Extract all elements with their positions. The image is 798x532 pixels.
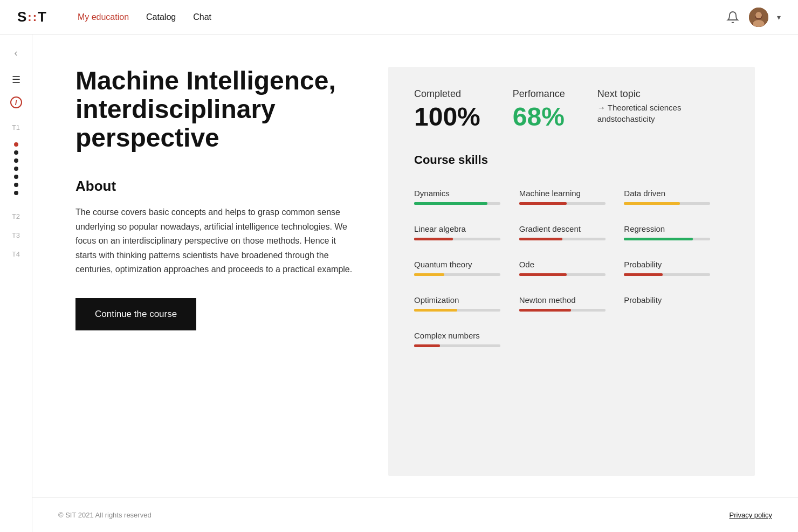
skill-item: Complex numbers	[414, 322, 519, 358]
skill-name: Linear algebra	[414, 224, 519, 233]
skill-name: Regression	[624, 224, 729, 233]
skill-name: Gradient descent	[519, 224, 624, 233]
svg-point-3	[755, 12, 762, 18]
next-topic-text: → Theoretical sciences andstochasticity	[597, 102, 729, 125]
skill-bar-fill	[519, 273, 567, 276]
continue-course-button[interactable]: Continue the course	[75, 298, 196, 330]
skill-item: Data driven	[624, 180, 729, 216]
skill-bar-bg	[519, 309, 606, 312]
about-text: The course covers basic concepts and hel…	[75, 205, 356, 277]
completed-stat: Completed 100%	[414, 88, 480, 132]
skill-name: Complex numbers	[414, 331, 519, 340]
skill-name: Probability	[624, 295, 729, 305]
performance-label: Perfomance	[513, 88, 565, 100]
skill-bar-fill	[414, 202, 487, 205]
performance-stat: Perfomance 68%	[513, 88, 565, 132]
skill-item: Linear algebra	[414, 216, 519, 251]
skills-heading: Course skills	[414, 153, 729, 167]
skill-item: Regression	[624, 216, 729, 251]
header-right: ▾	[725, 8, 781, 27]
skill-bar-fill	[414, 273, 444, 276]
skill-name: Newton method	[519, 295, 624, 305]
progress-dot-4	[14, 167, 18, 171]
skill-item: Optimization	[414, 287, 519, 322]
right-panel: Completed 100% Perfomance 68% Next topic…	[388, 67, 755, 476]
progress-dot-5	[14, 175, 18, 179]
copyright: © SIT 2021 All rights reserved	[58, 511, 152, 519]
sidebar-t1[interactable]: T1	[12, 123, 20, 132]
skill-item: Dynamics	[414, 180, 519, 216]
skill-bar-fill	[414, 309, 457, 312]
skill-item: Probability	[624, 251, 729, 287]
logo[interactable]: S :: T	[17, 9, 47, 25]
sidebar-t3[interactable]: T3	[12, 231, 20, 239]
skill-bar-bg	[414, 344, 500, 347]
sidebar-t4[interactable]: T4	[12, 250, 20, 258]
skill-bar-bg	[414, 273, 500, 276]
skill-item: Quantum theory	[414, 251, 519, 287]
skill-bar-bg	[414, 309, 500, 312]
skill-bar-bg	[414, 202, 500, 205]
skill-bar-fill	[519, 238, 562, 240]
skill-bar-fill	[414, 344, 440, 347]
skill-item	[519, 322, 624, 358]
progress-dot-7	[14, 191, 18, 195]
skill-bar-bg	[519, 238, 606, 240]
header: S :: T My education Catalog Chat ▾	[0, 0, 798, 34]
skill-name: Data driven	[624, 189, 729, 198]
skill-name: Optimization	[414, 295, 519, 305]
skill-bar-bg	[519, 273, 606, 276]
logo-dots: ::	[27, 10, 38, 24]
sidebar-info-icon[interactable]: i	[10, 96, 22, 108]
next-topic: Next topic → Theoretical sciences andsto…	[597, 88, 729, 132]
skill-bar-fill	[414, 238, 453, 240]
progress-dot-6	[14, 183, 18, 187]
skill-name: Ode	[519, 260, 624, 269]
nav-catalog[interactable]: Catalog	[146, 10, 176, 24]
sidebar: ‹ ☰ i T1 T2 T3 T4	[0, 34, 32, 532]
skill-item: Ode	[519, 251, 624, 287]
skill-bar-fill	[519, 202, 567, 205]
skills-grid: DynamicsMachine learningData drivenLinea…	[414, 180, 729, 358]
performance-value: 68%	[513, 102, 565, 132]
progress-dot-3	[14, 158, 18, 163]
skill-bar-bg	[624, 238, 710, 240]
skill-name: Probability	[624, 260, 729, 269]
sidebar-progress-dots	[14, 142, 18, 195]
skill-bar-fill	[624, 202, 680, 205]
skill-item: Probability	[624, 287, 729, 322]
about-heading: About	[75, 178, 356, 195]
nav-chat[interactable]: Chat	[193, 10, 211, 24]
main-nav: My education Catalog Chat	[78, 10, 211, 24]
progress-dot-1	[14, 142, 18, 147]
avatar[interactable]	[749, 8, 768, 27]
logo-text: S	[17, 9, 27, 25]
skill-item: Gradient descent	[519, 216, 624, 251]
logo-t: T	[38, 9, 47, 25]
main-layout: ‹ ☰ i T1 T2 T3 T4 Machine Intelligence, …	[0, 34, 798, 532]
skill-name: Machine learning	[519, 189, 624, 198]
skill-bar-bg	[624, 273, 710, 276]
skill-item	[624, 322, 729, 358]
skill-bar-bg	[414, 238, 500, 240]
next-topic-label: Next topic	[597, 88, 729, 100]
skill-item: Newton method	[519, 287, 624, 322]
content-area: Machine Intelligence, interdisciplinary …	[32, 34, 798, 498]
sidebar-collapse-icon[interactable]: ‹	[15, 47, 18, 59]
skill-item: Machine learning	[519, 180, 624, 216]
skill-bar-bg	[624, 202, 710, 205]
skill-bar-bg	[519, 202, 606, 205]
privacy-policy-link[interactable]: Privacy policy	[730, 511, 772, 519]
skill-bar-fill	[624, 238, 693, 240]
completed-value: 100%	[414, 102, 480, 132]
progress-dot-2	[14, 150, 18, 155]
notification-bell-icon[interactable]	[725, 10, 740, 25]
skill-name: Quantum theory	[414, 260, 519, 269]
course-title: Machine Intelligence, interdisciplinary …	[75, 67, 356, 152]
footer: © SIT 2021 All rights reserved Privacy p…	[32, 498, 798, 532]
nav-my-education[interactable]: My education	[78, 10, 129, 24]
skill-bar-fill	[519, 309, 571, 312]
sidebar-menu-icon[interactable]: ☰	[12, 74, 20, 86]
chevron-down-icon[interactable]: ▾	[777, 13, 781, 22]
sidebar-t2[interactable]: T2	[12, 212, 20, 220]
